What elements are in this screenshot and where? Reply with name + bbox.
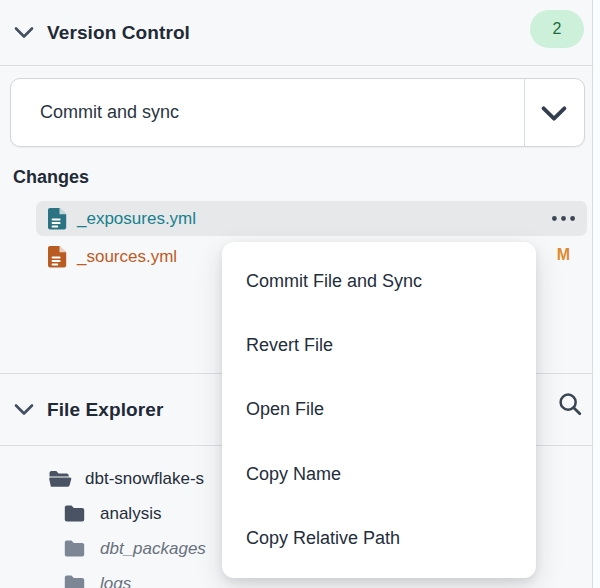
- search-icon[interactable]: [558, 392, 582, 416]
- folder-icon: [63, 503, 87, 524]
- changed-file-row-exposures[interactable]: _exposures.yml: [36, 201, 587, 236]
- tree-item-label[interactable]: logs: [100, 574, 131, 588]
- version-control-panel: Version Control 2 Commit and sync Change…: [0, 0, 600, 588]
- changes-count-badge: 2: [530, 10, 584, 48]
- header-divider: [0, 65, 593, 66]
- modified-status-badge: M: [557, 246, 570, 264]
- tree-item-dbt-packages[interactable]: dbt_packages: [63, 531, 206, 566]
- yaml-file-icon: [48, 245, 67, 268]
- yaml-file-icon: [48, 207, 67, 230]
- menu-item-open-file[interactable]: Open File: [222, 378, 536, 442]
- folder-icon: [63, 573, 87, 588]
- tree-item-label[interactable]: analysis: [100, 504, 161, 524]
- commit-and-sync-dropdown[interactable]: Commit and sync: [10, 78, 585, 147]
- file-explorer-title: File Explorer: [47, 399, 163, 421]
- version-control-title: Version Control: [47, 22, 190, 44]
- changed-file-name[interactable]: _exposures.yml: [77, 209, 196, 229]
- changes-section-label: Changes: [13, 167, 89, 188]
- menu-item-copy-name[interactable]: Copy Name: [222, 442, 536, 506]
- tree-item-label[interactable]: dbt-snowflake-s: [85, 469, 204, 489]
- file-context-menu: Commit File and Sync Revert File Open Fi…: [222, 242, 536, 578]
- chevron-down-icon[interactable]: [14, 26, 34, 39]
- file-actions-ellipsis-icon[interactable]: [551, 215, 576, 222]
- menu-item-copy-relative-path[interactable]: Copy Relative Path: [222, 507, 536, 571]
- tree-item-label[interactable]: dbt_packages: [100, 539, 206, 559]
- chevron-down-icon[interactable]: [14, 403, 34, 416]
- version-control-header[interactable]: Version Control 2: [0, 0, 593, 65]
- tree-item-analysis[interactable]: analysis: [63, 496, 161, 531]
- dropdown-divider: [524, 79, 525, 146]
- tree-item-project-root[interactable]: dbt-snowflake-s: [48, 461, 204, 496]
- changed-file-name[interactable]: _sources.yml: [77, 247, 177, 267]
- commit-dropdown-label: Commit and sync: [40, 102, 179, 123]
- tree-item-logs[interactable]: logs: [63, 566, 131, 588]
- folder-open-icon: [48, 468, 72, 489]
- folder-icon: [63, 538, 87, 559]
- menu-item-revert-file[interactable]: Revert File: [222, 313, 536, 377]
- chevron-down-icon[interactable]: [541, 105, 567, 122]
- menu-item-commit-file-and-sync[interactable]: Commit File and Sync: [222, 249, 536, 313]
